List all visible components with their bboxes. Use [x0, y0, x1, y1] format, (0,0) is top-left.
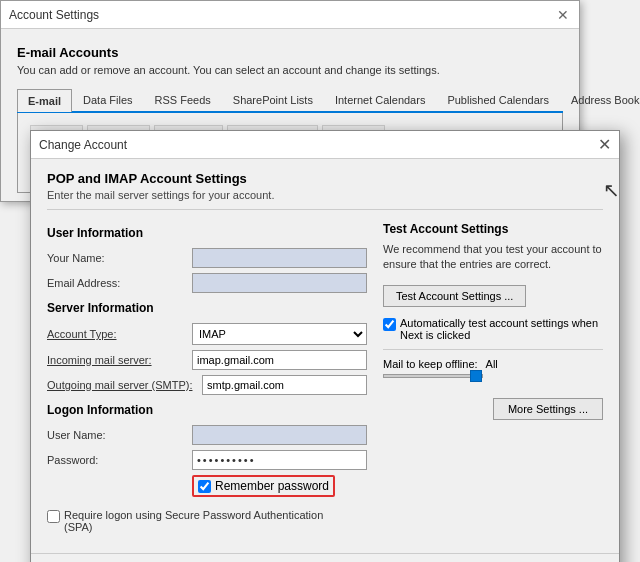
remember-password-text: Remember password — [215, 479, 329, 493]
tab-sharepoint-lists[interactable]: SharePoint Lists — [222, 88, 324, 111]
remember-password-checkbox[interactable] — [198, 480, 211, 493]
change-account-close-button[interactable]: ✕ — [598, 137, 611, 153]
offline-slider-track — [383, 374, 483, 378]
server-info-section-title: Server Information — [47, 301, 367, 315]
your-name-input[interactable] — [192, 248, 367, 268]
mouse-cursor-icon: ↖ — [603, 178, 620, 202]
outgoing-mail-input[interactable] — [202, 375, 367, 395]
more-settings-row: More Settings ... — [383, 398, 603, 426]
logon-username-input[interactable] — [192, 425, 367, 445]
offline-label: Mail to keep offline: — [383, 358, 478, 370]
dialog-body: User Information Your Name: Email Addres… — [47, 222, 603, 533]
email-address-input[interactable] — [192, 273, 367, 293]
more-settings-button[interactable]: More Settings ... — [493, 398, 603, 420]
remember-password-label[interactable]: Remember password — [192, 475, 335, 497]
right-divider — [383, 349, 603, 350]
auto-test-row: Automatically test account settings when… — [383, 317, 603, 341]
offline-value: All — [486, 358, 498, 370]
email-accounts-title: E-mail Accounts — [17, 45, 563, 60]
tab-published-calendars[interactable]: Published Calendars — [436, 88, 560, 111]
email-accounts-desc: You can add or remove an account. You ca… — [17, 64, 563, 76]
test-account-settings-button[interactable]: Test Account Settings ... — [383, 285, 526, 307]
offline-row: Mail to keep offline: All — [383, 358, 603, 370]
your-name-label: Your Name: — [47, 252, 192, 264]
outgoing-mail-label: Outgoing mail server (SMTP): — [47, 379, 202, 391]
dialog-right-panel: Test Account Settings We recommend that … — [383, 222, 603, 533]
incoming-mail-label: Incoming mail server: — [47, 354, 192, 366]
incoming-mail-input[interactable] — [192, 350, 367, 370]
logon-username-label: User Name: — [47, 429, 192, 441]
email-address-row: Email Address: — [47, 273, 367, 293]
password-row: Password: — [47, 450, 367, 470]
offline-slider-container — [383, 374, 603, 378]
dialog-content: POP and IMAP Account Settings Enter the … — [31, 159, 619, 545]
tab-address-books[interactable]: Address Books — [560, 88, 640, 111]
spa-label: Require logon using Secure Password Auth… — [64, 509, 344, 533]
account-type-label: Account Type: — [47, 328, 192, 340]
auto-test-label: Automatically test account settings when… — [400, 317, 603, 341]
outgoing-mail-row: Outgoing mail server (SMTP): — [47, 375, 367, 395]
dialog-header-title: POP and IMAP Account Settings — [47, 171, 603, 186]
incoming-mail-row: Incoming mail server: — [47, 350, 367, 370]
tab-data-files[interactable]: Data Files — [72, 88, 144, 111]
logon-username-row: User Name: — [47, 425, 367, 445]
remember-password-container: Remember password — [192, 475, 367, 503]
change-account-titlebar: Change Account ✕ — [31, 131, 619, 159]
tab-email[interactable]: E-mail — [17, 89, 72, 112]
logon-info-section-title: Logon Information — [47, 403, 367, 417]
test-account-desc: We recommend that you test your account … — [383, 242, 603, 273]
password-label: Password: — [47, 454, 192, 466]
test-account-title: Test Account Settings — [383, 222, 603, 236]
account-type-row: Account Type: IMAP — [47, 323, 367, 345]
user-info-section-title: User Information — [47, 226, 367, 240]
password-input[interactable] — [192, 450, 367, 470]
email-address-label: Email Address: — [47, 277, 192, 289]
change-account-dialog: Change Account ✕ POP and IMAP Account Se… — [30, 130, 620, 562]
account-settings-tabs: E-mail Data Files RSS Feeds SharePoint L… — [17, 88, 563, 113]
change-account-title: Change Account — [39, 138, 127, 152]
dialog-left-panel: User Information Your Name: Email Addres… — [47, 222, 367, 533]
account-settings-close-button[interactable]: ✕ — [555, 7, 571, 23]
spa-row: Require logon using Secure Password Auth… — [47, 509, 367, 533]
offline-slider-thumb[interactable] — [470, 370, 482, 382]
your-name-row: Your Name: — [47, 248, 367, 268]
dialog-footer: < Back Next > Cancel — [31, 553, 619, 562]
dialog-header: POP and IMAP Account Settings Enter the … — [47, 171, 603, 210]
account-type-select[interactable]: IMAP — [192, 323, 367, 345]
tab-rss-feeds[interactable]: RSS Feeds — [144, 88, 222, 111]
spa-checkbox[interactable] — [47, 510, 60, 523]
account-settings-titlebar: Account Settings ✕ — [1, 1, 579, 29]
tab-internet-calendars[interactable]: Internet Calendars — [324, 88, 437, 111]
dialog-header-desc: Enter the mail server settings for your … — [47, 189, 603, 201]
account-settings-title: Account Settings — [9, 8, 99, 22]
auto-test-checkbox[interactable] — [383, 318, 396, 331]
